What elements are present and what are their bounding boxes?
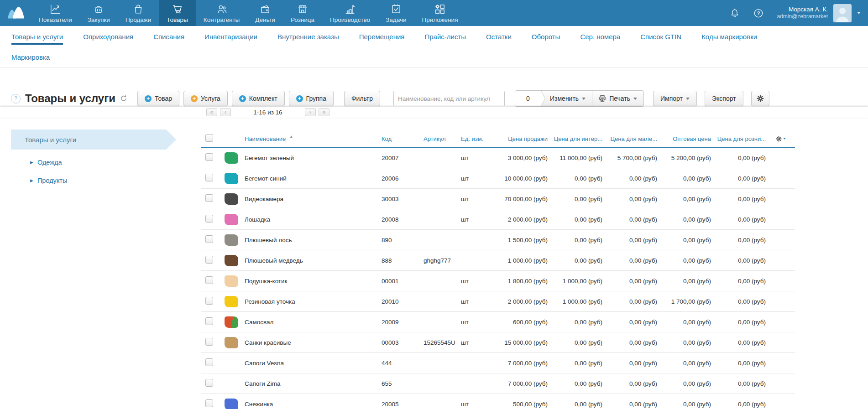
sidebar-group-products[interactable]: ▶ Продукты — [30, 177, 176, 184]
pagination-last-button[interactable]: » — [319, 108, 329, 116]
table-row[interactable]: Лошадка 20008 шт 2 000,00 (руб) 0,00 (ру… — [201, 209, 795, 230]
pagination-next-button[interactable]: › — [305, 108, 316, 116]
filter-button[interactable]: Фильтр — [344, 91, 380, 106]
title-help-icon[interactable]: ? — [11, 94, 21, 104]
bell-icon[interactable] — [729, 8, 740, 19]
table-row[interactable]: Плюшевый лось 890 1 500,00 (руб) 0,00 (р… — [201, 230, 795, 250]
column-header-small-wholesale-price[interactable]: Цена для мале... — [605, 135, 660, 142]
table-row[interactable]: Сапоги Vesna 444 7 000,00 (руб) 0,00 (ру… — [201, 353, 795, 373]
create-group-button[interactable]: + Группа — [289, 91, 334, 106]
nav-item-tasks[interactable]: Задачи — [378, 0, 414, 26]
create-bundle-button[interactable]: + Комплект — [232, 91, 285, 106]
tab-price-lists[interactable]: Прайс-листы — [424, 26, 466, 47]
row-checkbox[interactable] — [205, 235, 213, 243]
refresh-icon[interactable] — [120, 95, 127, 102]
column-header-retail-price[interactable]: Цена для розни... — [714, 135, 769, 142]
create-service-button[interactable]: + Услуга — [183, 91, 228, 106]
create-product-button[interactable]: + Товар — [137, 91, 179, 106]
table-row[interactable]: Сапоги Zima 655 7 000,00 (руб) 0,00 (руб… — [201, 373, 795, 394]
table-row[interactable]: Подушка-котик 00001 шт 1 800,00 (руб) 1 … — [201, 271, 795, 291]
row-checkbox[interactable] — [205, 153, 213, 161]
product-code: 20007 — [382, 155, 424, 161]
import-button[interactable]: Импорт — [653, 91, 697, 106]
tab-inventories[interactable]: Инвентаризации — [204, 26, 257, 47]
tab-goods-services[interactable]: Товары и услуги — [11, 26, 63, 47]
row-checkbox[interactable] — [205, 379, 213, 387]
column-settings-button[interactable] — [769, 136, 787, 142]
expand-triangle-icon[interactable]: ▶ — [30, 178, 33, 183]
row-checkbox[interactable] — [205, 338, 213, 346]
nav-item-goods[interactable]: Товары — [159, 0, 195, 26]
row-checkbox[interactable] — [205, 276, 213, 284]
moysklad-logo[interactable] — [0, 0, 31, 26]
sidebar-item-all-goods[interactable]: Товары и услуги — [11, 129, 176, 150]
table-row[interactable]: Бегемот синий 20006 шт 10 000,00 (руб) 0… — [201, 168, 795, 189]
nav-item-apps[interactable]: Приложения — [414, 0, 465, 26]
chevron-down-icon[interactable] — [857, 12, 861, 14]
bag-icon — [132, 3, 144, 15]
list-settings-button[interactable] — [751, 91, 769, 106]
nav-item-production[interactable]: Производство — [322, 0, 378, 26]
row-checkbox[interactable] — [205, 215, 213, 223]
price-internet: 0,00 (руб) — [550, 319, 605, 326]
user-avatar[interactable] — [833, 4, 852, 22]
column-header-code[interactable]: Код — [382, 135, 424, 142]
tab-stock[interactable]: Остатки — [486, 26, 512, 47]
tab-turnover[interactable]: Обороты — [532, 26, 560, 47]
nav-item-counterparties[interactable]: Контрагенты — [196, 0, 248, 26]
tab-marking[interactable]: Маркировка — [11, 47, 50, 67]
column-header-name[interactable]: Наименование▲ — [245, 135, 382, 142]
tab-movements[interactable]: Перемещения — [359, 26, 405, 47]
price-retail: 0,00 (руб) — [714, 216, 769, 223]
table-row[interactable]: Санки красивые 00003 15265545U шт 15 000… — [201, 332, 795, 353]
tab-receivings[interactable]: Оприходования — [83, 26, 133, 47]
row-checkbox[interactable] — [205, 317, 213, 325]
sidebar-group-clothes[interactable]: ▶ Одежда — [30, 159, 176, 166]
product-code: 20006 — [382, 175, 424, 182]
row-checkbox[interactable] — [205, 399, 213, 407]
column-header-article[interactable]: Артикул — [424, 135, 461, 142]
price-sale: 3 000,00 (руб) — [492, 155, 550, 161]
tab-gtin-list[interactable]: Список GTIN — [640, 26, 681, 47]
row-checkbox[interactable] — [205, 256, 213, 264]
table-header: Наименование▲ Код Артикул Ед. изм. Цена … — [201, 130, 795, 148]
select-all-checkbox[interactable] — [205, 134, 213, 142]
column-header-wholesale-price[interactable]: Оптовая цена — [660, 135, 714, 142]
column-header-internet-price[interactable]: Цена для интер... — [550, 135, 605, 142]
column-header-sale-price[interactable]: Цена продажи — [492, 135, 550, 142]
table-row[interactable]: Снежинка 20005 шт 500,00 (руб) 0,00 (руб… — [201, 394, 795, 409]
expand-triangle-icon[interactable]: ▶ — [30, 160, 33, 165]
tab-serial-numbers[interactable]: Сер. номера — [580, 26, 620, 47]
tab-internal-orders[interactable]: Внутренние заказы — [277, 26, 339, 47]
tab-marking-codes[interactable]: Коды маркировки — [701, 26, 757, 47]
print-button[interactable]: Печать — [592, 91, 643, 106]
table-row[interactable]: Плюшевый медведь 888 ghghg777 1 000,00 (… — [201, 250, 795, 271]
table-row[interactable]: Бегемот зеленый 20007 шт 3 000,00 (руб) … — [201, 148, 795, 168]
nav-item-retail[interactable]: Розница — [283, 0, 322, 26]
table-row[interactable]: Самосвал 20009 шт 600,00 (руб) 0,00 (руб… — [201, 312, 795, 332]
nav-item-sales[interactable]: Продажи — [118, 0, 159, 26]
pagination-first-button[interactable]: « — [206, 108, 217, 116]
pagination-bar: « ‹ 1-16 из 16 › » — [0, 107, 868, 118]
row-checkbox[interactable] — [205, 194, 213, 202]
price-wholesale: 0,00 (руб) — [660, 319, 714, 326]
help-icon[interactable]: ? — [753, 8, 764, 19]
column-header-unit[interactable]: Ед. изм. — [461, 135, 492, 142]
edit-button[interactable]: Изменить — [541, 91, 592, 106]
export-button[interactable]: Экспорт — [705, 91, 743, 106]
table-row[interactable]: Видеокамера 30003 шт 70 000,00 (руб) 0,0… — [201, 189, 795, 209]
product-image — [225, 255, 238, 266]
nav-item-indicators[interactable]: Показатели — [31, 0, 80, 26]
nav-item-purchases[interactable]: Закупки — [80, 0, 118, 26]
price-small-wholesale: 0,00 (руб) — [605, 380, 660, 387]
factory-icon — [344, 3, 356, 15]
search-input[interactable] — [393, 91, 505, 106]
row-checkbox[interactable] — [205, 297, 213, 305]
user-menu[interactable]: Морская А. К. admin@zebramarket — [777, 4, 861, 22]
row-checkbox[interactable] — [205, 174, 213, 181]
table-row[interactable]: Резиновая уточка 20010 шт 2 000,00 (руб)… — [201, 291, 795, 312]
nav-item-money[interactable]: Деньги — [247, 0, 283, 26]
pagination-prev-button[interactable]: ‹ — [220, 108, 231, 116]
tab-writeoffs[interactable]: Списания — [153, 26, 184, 47]
row-checkbox[interactable] — [205, 358, 213, 366]
